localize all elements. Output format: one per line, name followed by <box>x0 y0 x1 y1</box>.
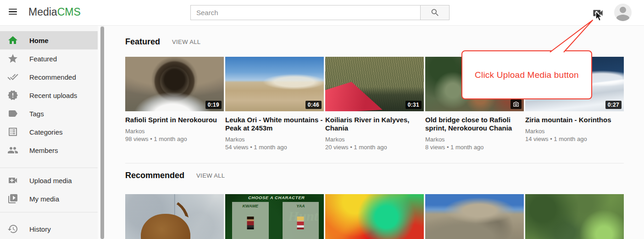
duration-badge: 0:31 <box>405 101 422 109</box>
video-card[interactable]: HuntCHOOSE A CHARACTERKWAMEYAASelectedSe… <box>225 194 324 239</box>
sidebar-item-label: Upload media <box>29 177 72 185</box>
video-card[interactable]: 0:46 Leuka Ori - White mountains - Peak … <box>225 57 324 151</box>
sidebar-item-home[interactable]: Home <box>0 31 98 49</box>
sidebar-divider <box>0 212 98 212</box>
tag-icon <box>7 108 18 119</box>
video-title[interactable]: Koiliaris River in Kalyves, Chania <box>325 116 424 132</box>
video-author[interactable]: Markos <box>225 136 324 143</box>
video-meta: 14 views • 1 month ago <box>525 135 624 143</box>
user-avatar[interactable] <box>614 4 632 21</box>
thumb-label-left-name: KWAME <box>232 202 269 239</box>
sidebar: Home Featured Recommended Recent uploads… <box>0 26 98 239</box>
scrollbar-thumb[interactable] <box>100 27 104 239</box>
video-thumbnail[interactable] <box>425 194 524 239</box>
video-card[interactable]: 0:19 Rafioli Sprint in Nerokourou Markos… <box>125 57 224 151</box>
top-header: MediaCMS <box>0 0 644 26</box>
sidebar-item-featured[interactable]: Featured <box>0 49 98 68</box>
thumb-label-title: CHOOSE A CHARACTER <box>233 195 320 200</box>
search-form <box>190 5 450 20</box>
sidebar-item-label: Categories <box>29 128 63 136</box>
people-icon <box>7 145 18 156</box>
menu-icon[interactable] <box>7 7 19 18</box>
video-thumbnail[interactable]: 0:31 <box>325 57 424 111</box>
video-card[interactable] <box>325 194 424 239</box>
search-icon <box>430 8 440 17</box>
section-title-recommended: Recommended <box>125 171 184 180</box>
sidebar-item-recommended[interactable]: Recommended <box>0 68 98 86</box>
video-thumbnail[interactable]: HuntCHOOSE A CHARACTERKWAMEYAASelectedSe… <box>225 194 324 239</box>
list-alt-icon <box>7 126 18 137</box>
recommended-section: Recommended VIEW ALL HuntCHOOSE A CHARAC… <box>125 170 624 239</box>
video-title[interactable]: Ziria mountain - Korinthos <box>525 116 624 124</box>
sidebar-item-label: Featured <box>29 55 57 63</box>
video-card[interactable] <box>525 194 624 239</box>
search-input[interactable] <box>190 5 421 20</box>
sidebar-item-label: Recent uploads <box>29 92 77 99</box>
video-author[interactable]: Markos <box>325 136 424 143</box>
tooltip-callout: Click Upload Media button <box>461 50 592 99</box>
sidebar-item-members[interactable]: Members <box>0 141 98 159</box>
duration-badge: 0:27 <box>605 101 622 109</box>
video-call-plus-icon <box>592 7 604 19</box>
new-releases-icon <box>7 90 18 101</box>
sidebar-item-upload-media[interactable]: Upload media <box>0 171 98 190</box>
featured-view-all-link[interactable]: VIEW ALL <box>172 38 200 45</box>
video-title[interactable]: Leuka Ori - White mountains - Peak at 24… <box>225 116 324 132</box>
sidebar-item-label: History <box>29 225 51 233</box>
sidebar-item-my-media[interactable]: My media <box>0 190 98 208</box>
sidebar-item-label: Recommended <box>29 73 76 81</box>
video-call-plus-icon <box>7 175 18 186</box>
video-thumbnail[interactable]: 0:19 <box>125 57 224 111</box>
video-card[interactable] <box>425 194 524 239</box>
star-icon <box>7 53 18 64</box>
video-card[interactable]: 0:31 Koiliaris River in Kalyves, Chania … <box>325 57 424 151</box>
camera-icon <box>513 101 519 107</box>
sidebar-item-tags[interactable]: Tags <box>0 104 98 123</box>
video-title[interactable]: Rafioli Sprint in Nerokourou <box>125 116 224 124</box>
video-thumbnail[interactable] <box>325 194 424 239</box>
video-thumbnail[interactable]: 0:46 <box>225 57 324 111</box>
video-meta: 8 views • 1 month ago <box>425 143 524 151</box>
upload-media-button[interactable] <box>592 7 604 19</box>
duration-badge: 0:46 <box>305 101 322 109</box>
thumb-label-right-name: YAA <box>283 202 319 239</box>
app-logo[interactable]: MediaCMS <box>28 6 81 18</box>
section-title-featured: Featured <box>125 37 160 47</box>
logo-part-cms: CMS <box>57 6 81 18</box>
recommended-view-all-link[interactable]: VIEW ALL <box>196 172 225 179</box>
sidebar-item-categories[interactable]: Categories <box>0 123 98 141</box>
video-meta: 98 views • 1 month ago <box>125 135 224 143</box>
video-author[interactable]: Markos <box>425 136 524 143</box>
video-library-icon <box>7 193 18 204</box>
sidebar-item-recent-uploads[interactable]: Recent uploads <box>0 86 98 104</box>
video-thumbnail[interactable] <box>125 194 224 239</box>
duration-badge: 0:19 <box>205 101 222 109</box>
section-divider <box>125 163 624 163</box>
sidebar-item-label: My media <box>29 195 59 203</box>
double-check-icon <box>7 71 18 82</box>
video-author[interactable]: Markos <box>125 127 224 135</box>
sidebar-item-label: Members <box>29 147 58 154</box>
video-meta: 54 views • 1 month ago <box>225 143 324 151</box>
search-button[interactable] <box>421 5 450 20</box>
sidebar-item-history[interactable]: History <box>0 220 98 238</box>
home-icon <box>7 35 18 46</box>
sidebar-divider <box>0 168 98 168</box>
video-author[interactable]: Markos <box>525 127 624 135</box>
video-card[interactable] <box>125 194 224 239</box>
video-meta: 20 views • 1 month ago <box>325 143 424 151</box>
sidebar-item-label: Home <box>29 37 49 44</box>
video-title[interactable]: Old bridge close to Rafioli sprint, Nero… <box>425 116 524 132</box>
tooltip-text: Click Upload Media button <box>475 70 579 80</box>
video-thumbnail[interactable] <box>525 194 624 239</box>
sidebar-scrollbar[interactable] <box>100 26 104 239</box>
sidebar-item-label: Tags <box>29 110 44 118</box>
recommended-video-row: HuntCHOOSE A CHARACTERKWAMEYAASelectedSe… <box>125 194 624 239</box>
person-icon <box>614 4 632 21</box>
image-type-badge <box>511 99 522 109</box>
history-icon <box>7 223 18 234</box>
logo-part-media: Media <box>28 6 57 18</box>
